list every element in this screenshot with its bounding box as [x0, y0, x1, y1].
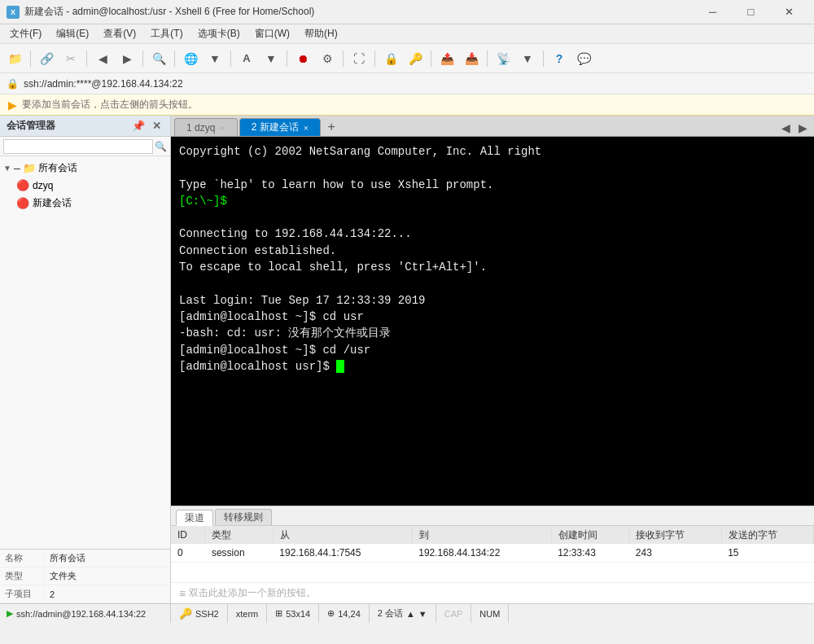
prop-key-name: 名称 — [0, 550, 45, 567]
forward-button[interactable]: ▶ — [116, 47, 138, 70]
toolbar-separator — [86, 50, 87, 67]
prop-type-row: 类型 文件夹 — [0, 567, 170, 585]
term-line-14: [admin@localhost usr]$ — [179, 358, 806, 375]
connect-button[interactable]: 🔗 — [35, 47, 58, 70]
info-bar: ▶ 要添加当前会话，点击左侧的箭头按钮。 — [0, 94, 814, 116]
record-button[interactable]: ⏺ — [291, 47, 314, 70]
tab-dzyq[interactable]: 1 dzyq × — [174, 118, 238, 136]
menu-item-v[interactable]: 查看(V) — [97, 25, 142, 42]
session-label-dzyq: dzyq — [33, 180, 53, 191]
term-line-5 — [179, 209, 806, 226]
send-all-button[interactable]: 📡 — [492, 47, 514, 70]
app-icon: X — [7, 6, 20, 19]
prop-key-type: 类型 — [0, 567, 45, 585]
transfer-rules-tab[interactable]: 转移规则 — [215, 509, 272, 525]
sidebar-item-new-session[interactable]: 🔴 新建会话 — [0, 194, 170, 212]
cell-type: session — [205, 544, 273, 562]
font-button[interactable]: A — [235, 47, 258, 70]
col-to: 到 — [412, 526, 551, 544]
dropdown-button[interactable]: ▼ — [204, 47, 226, 70]
toolbar-separator — [230, 50, 231, 67]
sidebar-item-dzyq[interactable]: 🔴 dzyq — [0, 177, 170, 194]
prop-val-type: 文件夹 — [45, 570, 81, 582]
title-left: X 新建会话 - admin@localhost:/usr - Xshell 6… — [7, 5, 314, 19]
sidebar-header: 会话管理器 📌 ✕ — [0, 116, 170, 137]
table-row[interactable]: 0 session 192.168.44.1:7545 192.168.44.1… — [171, 544, 814, 562]
status-sessions: 2 会话 ▲ ▼ — [370, 604, 436, 623]
title-bar: X 新建会话 - admin@localhost:/usr - Xshell 6… — [0, 0, 814, 24]
expand-arrow-icon: ▼ — [3, 164, 11, 173]
find-button[interactable]: 🔍 — [147, 47, 170, 70]
menu-item-f[interactable]: 文件(F) — [3, 25, 48, 42]
status-protocol: 🔑 SSH2 — [171, 604, 228, 623]
up-arrow-button[interactable]: ▲ — [406, 609, 415, 619]
cell-created: 12:33:43 — [551, 544, 629, 562]
new-session-button[interactable]: 📁 — [3, 47, 26, 70]
minimize-button[interactable]: ─ — [694, 0, 731, 24]
tab-dzyq-close[interactable]: × — [220, 123, 225, 133]
status-right: 🔑 SSH2 xterm ⊞ 53x14 ⊕ 14,24 2 会话 ▲ ▼ CA… — [171, 604, 814, 623]
lock-button[interactable]: 🔒 — [379, 47, 402, 70]
terminal-cursor — [336, 360, 344, 373]
search-icon[interactable]: 🔍 — [155, 141, 167, 152]
disconnect-button[interactable]: ✂ — [59, 47, 82, 70]
toolbar-separator — [487, 50, 488, 67]
term-line-13: [admin@localhost ~]$ cd /usr — [179, 342, 806, 358]
cell-to: 192.168.44.134:22 — [412, 544, 551, 562]
table-header-row: ID 类型 从 到 创建时间 接收到字节 发送的字节 — [171, 526, 814, 544]
col-type: 类型 — [205, 526, 273, 544]
back-button[interactable]: ◀ — [91, 47, 114, 70]
channel-tab[interactable]: 渠道 — [176, 510, 213, 526]
terminal[interactable]: Copyright (c) 2002 NetSarang Computer, I… — [171, 137, 814, 506]
script-button[interactable]: 💬 — [572, 47, 595, 70]
tree-root-item[interactable]: ▼ ─ 📁 所有会话 — [0, 160, 170, 177]
send-btn-dropdown[interactable]: ▼ — [516, 47, 539, 70]
session-search-input[interactable] — [3, 139, 153, 154]
toolbar-separator — [174, 50, 175, 67]
menu-item-w[interactable]: 窗口(W) — [248, 25, 296, 42]
tab-prev-button[interactable]: ◀ — [778, 121, 794, 134]
maximize-button[interactable]: □ — [733, 0, 769, 24]
add-button-bar[interactable]: ≡ 双击此处添加一个新的按钮。 — [171, 582, 814, 603]
sidebar-pin-button[interactable]: 📌 — [131, 120, 146, 132]
toolbar-separator — [543, 50, 544, 67]
close-button[interactable]: ✕ — [771, 0, 807, 24]
num-label: NUM — [479, 609, 500, 619]
sidebar-properties: 名称 所有会话 类型 文件夹 子项目 2 — [0, 549, 170, 603]
toolbar: 📁 🔗 ✂ ◀ ▶ 🔍 🌐 ▼ A ▼ ⏺ ⚙ ⛶ 🔒 🔑 📤 📥 📡 ▼ ? … — [0, 44, 814, 73]
transfer-button[interactable]: 📤 — [435, 47, 458, 70]
key-button[interactable]: 🔑 — [404, 47, 427, 70]
cell-from: 192.168.44.1:7545 — [273, 544, 412, 562]
prop-key-children: 子项目 — [0, 585, 45, 602]
status-term-size: ⊞ 53x14 — [267, 604, 319, 623]
status-num: NUM — [471, 604, 509, 623]
add-tab-button[interactable]: + — [322, 118, 340, 136]
menu-item-b[interactable]: 选项卡(B) — [191, 25, 247, 42]
status-connection: ▶ ssh://admin@192.168.44.134:22 — [0, 604, 171, 623]
term-line-2 — [179, 160, 806, 176]
download-button[interactable]: 📥 — [460, 47, 483, 70]
tab-next-button[interactable]: ▶ — [795, 121, 811, 134]
fullscreen-button[interactable]: ⛶ — [348, 47, 370, 70]
menu-item-h[interactable]: 帮助(H) — [298, 25, 344, 42]
cap-label: CAP — [444, 609, 463, 619]
font-dropdown[interactable]: ▼ — [260, 47, 282, 70]
menu-item-e[interactable]: 编辑(E) — [50, 25, 95, 42]
toolbar-separator — [374, 50, 375, 67]
down-arrow-button[interactable]: ▼ — [418, 609, 427, 619]
prop-name-row: 名称 所有会话 — [0, 550, 170, 567]
toolbar-separator — [343, 50, 344, 67]
globe-button[interactable]: 🌐 — [179, 47, 202, 70]
sidebar-close-button[interactable]: ✕ — [149, 120, 164, 132]
tab-new-session[interactable]: 2 新建会话 × — [239, 118, 321, 136]
menu-item-t[interactable]: 工具(T) — [144, 25, 189, 42]
address-bar: 🔒 ssh://admin:****@192.168.44.134:22 — [0, 73, 814, 94]
help-button[interactable]: ? — [548, 47, 571, 70]
term-line-7: Connection established. — [179, 243, 806, 259]
tab-new-session-close[interactable]: × — [304, 123, 309, 133]
settings-button[interactable]: ⚙ — [316, 47, 339, 70]
sidebar: 会话管理器 📌 ✕ 🔍 ▼ ─ 📁 所有会话 🔴 dzyq 🔴 新 — [0, 116, 171, 603]
folder-icon: 📁 — [23, 162, 36, 174]
session-tree: ▼ ─ 📁 所有会话 🔴 dzyq 🔴 新建会话 — [0, 156, 170, 549]
title-controls[interactable]: ─ □ ✕ — [694, 0, 807, 24]
